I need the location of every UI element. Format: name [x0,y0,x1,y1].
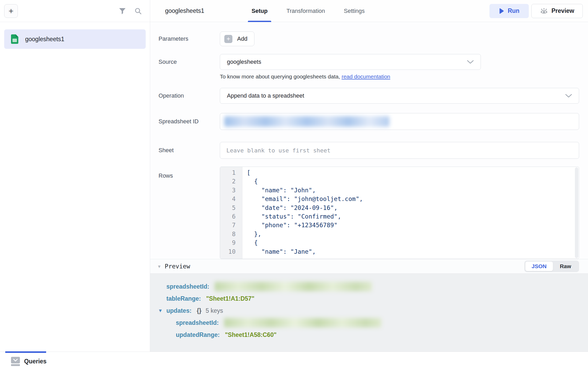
json-tree-row: spreadsheetId: [158,280,579,293]
editor-scrollbar[interactable] [575,167,578,258]
spreadsheet-id-input[interactable] [220,113,579,130]
search-icon[interactable] [134,7,142,15]
json-value: "Sheet1!A1:D57" [206,295,254,302]
eye-icon [540,7,548,15]
code-line-text: "name": "Jane", [242,247,316,256]
json-key: updatedRange: [176,331,220,338]
tab-settings[interactable]: Settings [340,0,368,22]
operation-row: Operation Append data to a spreadsheet [159,88,579,104]
code-line-text: "email": "john@tooljet.com", [242,195,363,203]
sheet-input[interactable] [220,142,579,159]
json-tree-row: ▼updates:{}5 keys [158,305,579,317]
preview-button[interactable]: Preview [531,4,583,18]
code-line: 5 "date": "2024-09-16", [220,204,579,212]
line-number: 9 [220,238,242,247]
tab-setup[interactable]: Setup [248,0,271,22]
code-line: 6 "status": "Confirmed", [220,212,579,221]
code-line-text: "status": "Confirmed", [242,212,341,221]
json-redacted-value [224,318,381,327]
code-line: 3 "name": "John", [220,186,579,195]
editor-tabs: Setup Transformation Settings [248,0,368,22]
operation-label: Operation [159,90,220,101]
preview-title: Preview [165,263,190,270]
parameters-row: Parameters + Add [159,31,579,46]
rows-row: Rows 1[2 {3 "name": "John",4 "email": "j… [159,167,579,259]
query-editor-header: googlesheets1 Setup Transformation Setti… [150,0,588,22]
code-line-text: { [242,177,258,186]
spreadsheet-id-row: Spreadsheet ID [159,113,579,130]
json-tree-row: tableRange:"Sheet1!A1:D57" [158,293,579,305]
line-number: 4 [220,195,242,203]
add-parameter-label: Add [237,35,247,42]
preview-json-tree: spreadsheetId:tableRange:"Sheet1!A1:D57"… [150,274,588,352]
query-editor-panel: googlesheets1 Setup Transformation Setti… [150,0,588,352]
header-actions: Run Preview [489,4,583,18]
json-value: "Sheet1!A58:C60" [225,331,276,338]
queries-panel-tab[interactable]: Queries [11,357,47,366]
play-icon [499,8,504,14]
json-key: spreadsheetId: [166,283,209,290]
line-number: 6 [220,212,242,221]
source-helper-text: To know more about querying googlesheets… [220,73,579,80]
line-number: 7 [220,221,242,230]
code-line: 4 "email": "john@tooljet.com", [220,195,579,203]
parameters-label: Parameters [159,33,220,44]
add-parameter-button[interactable]: + Add [220,31,254,46]
line-number: 8 [220,230,242,238]
sheet-field [220,142,579,159]
query-list: googlesheets1 [0,22,150,56]
toggle-json[interactable]: JSON [525,262,553,271]
query-list-item-googlesheets1[interactable]: googlesheets1 [4,29,146,49]
preview-collapse-icon[interactable]: ▾ [158,263,161,269]
json-key: tableRange: [166,295,201,302]
source-select-value: googlesheets [227,59,261,65]
rows-code-editor[interactable]: 1[2 {3 "name": "John",4 "email": "john@t… [220,167,579,259]
source-select[interactable]: googlesheets [220,54,481,70]
filter-icon[interactable] [118,7,126,15]
plus-icon: + [224,35,232,43]
read-documentation-link[interactable]: read documentation [342,73,390,80]
code-line-text: { [242,238,258,247]
chevron-down-icon [467,60,474,64]
rows-label: Rows [159,167,220,181]
line-number: 2 [220,177,242,186]
json-expander-icon[interactable]: ▼ [158,308,166,314]
source-helper-plain: To know more about querying googlesheets… [220,73,342,80]
google-sheets-icon [11,34,18,44]
parameters-field: + Add [220,31,579,46]
tab-transformation[interactable]: Transformation [283,0,329,22]
line-number: 5 [220,204,242,212]
preview-mode-toggle: JSON Raw [524,261,579,272]
code-line: 9 { [220,238,579,247]
add-query-button[interactable]: + [4,4,18,18]
code-line: 2 { [220,177,579,186]
query-sidebar: + [0,0,150,352]
app-root: + [0,0,588,371]
code-line: 7 "phone": "+123456789" [220,221,579,230]
sheet-label: Sheet [159,145,220,156]
code-line-text: "name": "John", [242,186,316,195]
code-line-text: [ [242,168,251,177]
json-braces: {} [197,307,202,314]
json-tree-row: updatedRange:"Sheet1!A58:C60" [167,329,579,341]
sidebar-header: + [0,0,150,22]
operation-select[interactable]: Append data to a spreadsheet [220,88,579,104]
source-label: Source [159,54,220,70]
line-number: 3 [220,186,242,195]
bottom-panel-bar: Queries [0,352,588,371]
toggle-raw[interactable]: Raw [553,262,578,271]
run-button-label: Run [508,7,520,14]
json-tree-row: spreadsheetId: [167,317,579,329]
setup-form: Parameters + Add Source googlesheets [150,22,588,259]
preview-button-label: Preview [552,7,574,14]
chevron-down-icon [565,94,572,98]
spreadsheet-id-field [220,113,579,130]
run-button[interactable]: Run [489,4,529,18]
code-line: 1[ [220,168,579,177]
query-title: googlesheets1 [165,7,248,14]
sheet-row: Sheet [159,142,579,159]
spreadsheet-id-label: Spreadsheet ID [159,116,220,127]
json-key: updates: [166,307,192,314]
queries-label: Queries [24,358,47,365]
code-line: 10 "name": "Jane", [220,247,579,256]
